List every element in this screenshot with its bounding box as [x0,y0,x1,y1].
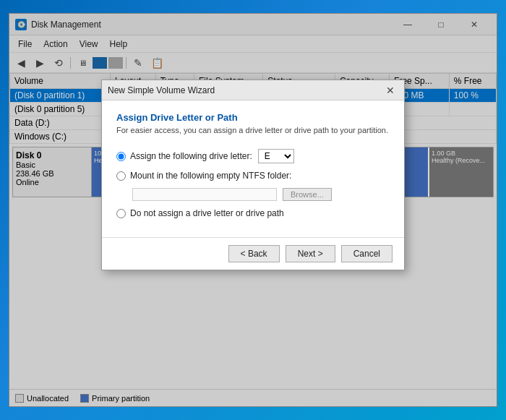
browse-row: Browse... [132,188,390,201]
next-button[interactable]: Next > [286,245,335,262]
option-row-letter: Assign the following drive letter: E F G… [116,149,390,163]
radio-no-letter[interactable] [116,209,126,218]
label-mount-folder[interactable]: Mount in the following empty NTFS folder… [130,171,291,181]
dialog-title-text: New Simple Volume Wizard [108,85,382,95]
cancel-button[interactable]: Cancel [341,245,393,262]
label-no-letter[interactable]: Do not assign a drive letter or drive pa… [130,208,284,218]
back-button[interactable]: < Back [228,245,280,262]
dialog: New Simple Volume Wizard ✕ Assign Drive … [101,80,405,270]
label-assign-letter[interactable]: Assign the following drive letter: [130,151,252,161]
dialog-close-button[interactable]: ✕ [382,82,398,98]
dialog-subtext: For easier access, you can assign a driv… [116,126,390,134]
radio-mount-folder[interactable] [116,171,126,181]
browse-button[interactable]: Browse... [283,188,332,201]
option-row-folder: Mount in the following empty NTFS folder… [116,171,390,181]
dialog-footer: < Back Next > Cancel [102,237,404,270]
dialog-title-bar: New Simple Volume Wizard ✕ [102,80,404,100]
drive-letter-select[interactable]: E F G H [258,149,294,163]
radio-assign-letter[interactable] [116,152,126,161]
folder-path-input[interactable] [132,188,277,201]
modal-overlay: New Simple Volume Wizard ✕ Assign Drive … [0,0,506,420]
dialog-heading: Assign Drive Letter or Path [116,112,390,123]
option-row-none: Do not assign a drive letter or drive pa… [116,208,390,218]
dialog-content: Assign Drive Letter or Path For easier a… [102,100,404,237]
